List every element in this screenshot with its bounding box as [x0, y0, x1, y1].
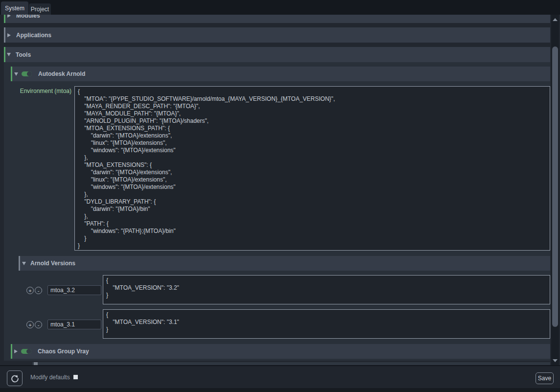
version-entry-controls: + -	[26, 321, 42, 328]
chevron-down-icon	[7, 53, 11, 56]
tab-bar: System Project	[0, 0, 560, 15]
scroll-down-button[interactable]	[551, 357, 559, 364]
refresh-button[interactable]	[7, 370, 23, 386]
tab-system[interactable]: System	[1, 1, 28, 15]
settings-scroll-area: Modules Applications Tools Autodesk Arno…	[0, 15, 560, 365]
arnold-enabled-toggle[interactable]	[22, 71, 32, 76]
refresh-icon	[11, 374, 19, 383]
environment-mtoa-textarea[interactable]: { "MTOA": "{PYPE_STUDIO_SOFTWARE}/arnold…	[74, 86, 550, 251]
vray-enabled-toggle[interactable]	[21, 349, 31, 354]
section-header-chaos-group-vray[interactable]: Chaos Group Vray	[11, 344, 550, 359]
section-header-arnold-versions[interactable]: Arnold Versions	[19, 256, 550, 271]
section-header-autodesk-arnold[interactable]: Autodesk Arnold	[11, 67, 550, 81]
modify-defaults-label: Modify defaults	[30, 374, 70, 381]
arrow-up-icon	[553, 18, 558, 21]
section-title: Tools	[16, 51, 31, 58]
add-version-button[interactable]: +	[26, 287, 34, 294]
scroll-up-button[interactable]	[551, 16, 559, 23]
version-entry-controls: + -	[26, 287, 42, 294]
section-title: Chaos Group Vray	[38, 348, 89, 355]
toggle-knob-icon	[26, 349, 31, 354]
tab-project-label: Project	[31, 6, 49, 13]
tab-system-label: System	[5, 5, 24, 12]
section-header-tools[interactable]: Tools	[4, 47, 550, 62]
section-title: Arnold Versions	[30, 260, 75, 267]
section-header-modules[interactable]: Modules	[4, 15, 550, 23]
section-title: Applications	[16, 32, 51, 39]
section-title: Autodesk Arnold	[38, 70, 85, 77]
modify-defaults-checkbox[interactable]	[73, 375, 78, 379]
remove-version-button[interactable]: -	[35, 321, 42, 328]
version-key-input[interactable]	[47, 320, 101, 329]
clipped-icon	[34, 362, 38, 365]
add-version-button[interactable]: +	[26, 321, 34, 328]
version-value-textarea[interactable]: { "MTOA_VERSION": "3.2" }	[103, 275, 550, 304]
section-title: Modules	[16, 15, 40, 19]
toggle-knob-icon	[27, 71, 32, 76]
section-header-applications[interactable]: Applications	[4, 27, 550, 43]
chevron-right-icon	[7, 33, 11, 37]
chevron-down-icon	[14, 72, 18, 76]
environment-mtoa-label: Environment (mtoa)	[11, 88, 71, 94]
chevron-right-icon	[14, 349, 18, 353]
save-button[interactable]: Save	[536, 372, 554, 384]
vertical-scrollbar[interactable]	[551, 15, 559, 365]
settings-window: System Project Modules Applications Tool…	[0, 0, 560, 392]
chevron-down-icon	[22, 262, 26, 265]
window-bottom-edge	[0, 388, 560, 392]
arrow-down-icon	[553, 359, 558, 362]
tab-project[interactable]: Project	[29, 3, 51, 15]
vertical-scrollbar-thumb[interactable]	[552, 46, 558, 327]
footer-bar: Modify defaults Save	[0, 366, 560, 388]
version-value-textarea[interactable]: { "MTOA_VERSION": "3.1" }	[103, 309, 550, 339]
remove-version-button[interactable]: -	[35, 287, 42, 294]
chevron-right-icon	[7, 15, 11, 18]
version-key-input[interactable]	[47, 285, 101, 295]
clipped-next-section	[32, 362, 550, 365]
